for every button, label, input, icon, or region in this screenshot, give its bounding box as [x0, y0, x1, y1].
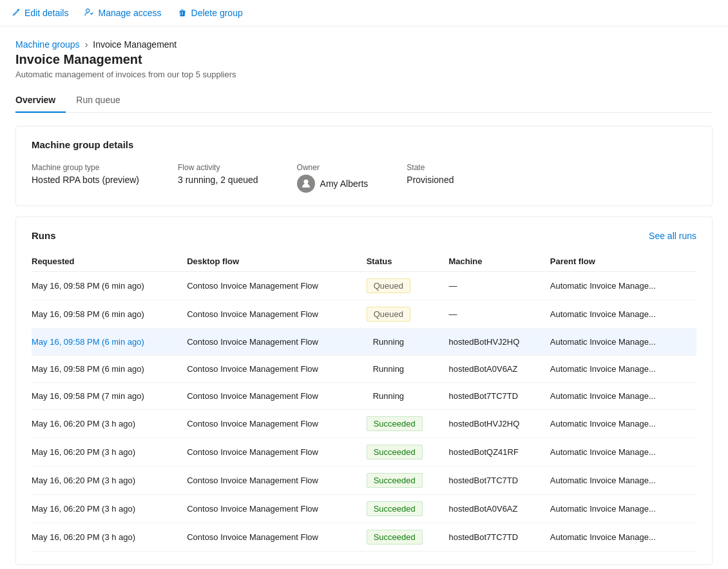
- details-section-title: Machine group details: [32, 139, 696, 150]
- cell-machine: hostedBot7TC7TD: [449, 467, 550, 495]
- state-label: State: [407, 163, 454, 172]
- state-value: Provisioned: [407, 175, 454, 185]
- cell-desktop-flow: Contoso Invoice Management Flow: [187, 300, 367, 329]
- status-badge: Running: [367, 389, 410, 403]
- type-value: Hosted RPA bots (preview): [32, 175, 139, 185]
- cell-status: Succeeded: [367, 438, 449, 467]
- col-parent-flow: Parent flow: [550, 251, 696, 272]
- tabs: Overview Run queue: [15, 90, 713, 113]
- cell-desktop-flow: Contoso Invoice Management Flow: [187, 438, 367, 467]
- runs-title: Runs: [32, 230, 56, 241]
- table-row: May 16, 06:20 PM (3 h ago)Contoso Invoic…: [32, 523, 696, 552]
- cell-requested: May 16, 06:20 PM (3 h ago): [32, 410, 187, 438]
- edit-details-button[interactable]: Edit details: [10, 5, 68, 21]
- cell-status: Running: [367, 356, 449, 383]
- cell-machine: hostedBotQZ41RF: [449, 438, 550, 467]
- delete-group-button[interactable]: Delete group: [177, 5, 243, 21]
- cell-parent-flow: Automatic Invoice Manage...: [550, 438, 696, 467]
- cell-status: Running: [367, 329, 449, 356]
- tab-run-queue[interactable]: Run queue: [66, 90, 131, 113]
- col-requested: Requested: [32, 251, 187, 272]
- page-subtitle: Automatic management of invoices from ou…: [15, 70, 713, 79]
- cell-desktop-flow: Contoso Invoice Management Flow: [187, 329, 367, 356]
- runs-section: Runs See all runs Requested Desktop flow…: [15, 217, 713, 565]
- table-row: May 16, 09:58 PM (6 min ago)Contoso Invo…: [32, 329, 696, 356]
- cell-status: Succeeded: [367, 523, 449, 552]
- cell-machine: hostedBotHVJ2HQ: [449, 410, 550, 438]
- svg-point-1: [303, 180, 308, 184]
- edit-details-label: Edit details: [24, 8, 68, 18]
- cell-status: Queued: [367, 300, 449, 329]
- status-badge: Succeeded: [367, 530, 423, 545]
- cell-parent-flow: Automatic Invoice Manage...: [550, 272, 696, 300]
- col-desktop-flow: Desktop flow: [187, 251, 367, 272]
- cell-desktop-flow: Contoso Invoice Management Flow: [187, 272, 367, 300]
- cell-status: Queued: [367, 272, 449, 300]
- details-grid: Machine group type Hosted RPA bots (prev…: [32, 163, 696, 193]
- manage-access-button[interactable]: Manage access: [84, 5, 161, 21]
- flow-activity: Flow activity 3 running, 2 queued: [178, 163, 258, 193]
- svg-point-0: [86, 9, 90, 12]
- toolbar: Edit details Manage access Delete group: [0, 0, 728, 26]
- cell-desktop-flow: Contoso Invoice Management Flow: [187, 356, 367, 383]
- machine-group-details-card: Machine group details Machine group type…: [15, 126, 713, 206]
- cell-machine: hostedBotA0V6AZ: [449, 356, 550, 383]
- cell-requested: May 16, 06:20 PM (3 h ago): [32, 495, 187, 523]
- cell-parent-flow: Automatic Invoice Manage...: [550, 523, 696, 552]
- cell-status: Succeeded: [367, 467, 449, 495]
- cell-requested: May 16, 09:58 PM (7 min ago): [32, 383, 187, 410]
- table-row: May 16, 09:58 PM (7 min ago)Contoso Invo…: [32, 383, 696, 410]
- owner-detail: Amy Alberts: [297, 175, 369, 193]
- flow-activity-label: Flow activity: [178, 163, 258, 172]
- state: State Provisioned: [407, 163, 454, 193]
- breadcrumb: Machine groups › Invoice Management: [15, 39, 713, 50]
- tab-overview[interactable]: Overview: [15, 90, 66, 113]
- status-badge: Succeeded: [367, 473, 423, 488]
- col-machine: Machine: [449, 251, 550, 272]
- cell-parent-flow: Automatic Invoice Manage...: [550, 383, 696, 410]
- status-badge: Queued: [367, 307, 410, 322]
- cell-requested: May 16, 06:20 PM (3 h ago): [32, 523, 187, 552]
- delete-group-label: Delete group: [191, 8, 243, 18]
- status-badge: Running: [367, 362, 410, 376]
- cell-requested: May 16, 06:20 PM (3 h ago): [32, 467, 187, 495]
- cell-requested: May 16, 09:58 PM (6 min ago): [32, 272, 187, 300]
- status-badge: Running: [367, 335, 410, 349]
- page-title: Invoice Management: [15, 52, 713, 67]
- status-badge: Succeeded: [367, 416, 423, 431]
- owner: Owner Amy Alberts: [297, 163, 369, 193]
- status-badge: Queued: [367, 278, 410, 293]
- machine-group-type: Machine group type Hosted RPA bots (prev…: [32, 163, 139, 193]
- breadcrumb-parent[interactable]: Machine groups: [15, 39, 80, 50]
- breadcrumb-separator: ›: [85, 39, 88, 50]
- cell-machine: hostedBotHVJ2HQ: [449, 329, 550, 356]
- see-all-runs-link[interactable]: See all runs: [649, 231, 696, 241]
- table-row: May 16, 06:20 PM (3 h ago)Contoso Invoic…: [32, 438, 696, 467]
- cell-machine: —: [449, 272, 550, 300]
- table-row: May 16, 09:58 PM (6 min ago)Contoso Invo…: [32, 356, 696, 383]
- table-row: May 16, 06:20 PM (3 h ago)Contoso Invoic…: [32, 410, 696, 438]
- cell-requested[interactable]: May 16, 09:58 PM (6 min ago): [32, 329, 187, 356]
- owner-label: Owner: [297, 163, 369, 172]
- avatar: [297, 175, 315, 193]
- table-row: May 16, 09:58 PM (6 min ago)Contoso Invo…: [32, 300, 696, 329]
- breadcrumb-current: Invoice Management: [93, 39, 177, 50]
- cell-machine: —: [449, 300, 550, 329]
- runs-table: Requested Desktop flow Status Machine Pa…: [32, 251, 696, 552]
- cell-desktop-flow: Contoso Invoice Management Flow: [187, 410, 367, 438]
- status-badge: Succeeded: [367, 445, 423, 459]
- cell-desktop-flow: Contoso Invoice Management Flow: [187, 495, 367, 523]
- cell-status: Succeeded: [367, 495, 449, 523]
- table-row: May 16, 06:20 PM (3 h ago)Contoso Invoic…: [32, 495, 696, 523]
- edit-icon: [10, 8, 21, 18]
- cell-machine: hostedBot7TC7TD: [449, 523, 550, 552]
- table-row: May 16, 09:58 PM (6 min ago)Contoso Invo…: [32, 272, 696, 300]
- cell-parent-flow: Automatic Invoice Manage...: [550, 467, 696, 495]
- cell-status: Succeeded: [367, 410, 449, 438]
- table-row: May 16, 06:20 PM (3 h ago)Contoso Invoic…: [32, 467, 696, 495]
- runs-header: Runs See all runs: [32, 230, 696, 241]
- cell-parent-flow: Automatic Invoice Manage...: [550, 495, 696, 523]
- cell-parent-flow: Automatic Invoice Manage...: [550, 410, 696, 438]
- cell-parent-flow: Automatic Invoice Manage...: [550, 300, 696, 329]
- manage-access-icon: [84, 8, 94, 18]
